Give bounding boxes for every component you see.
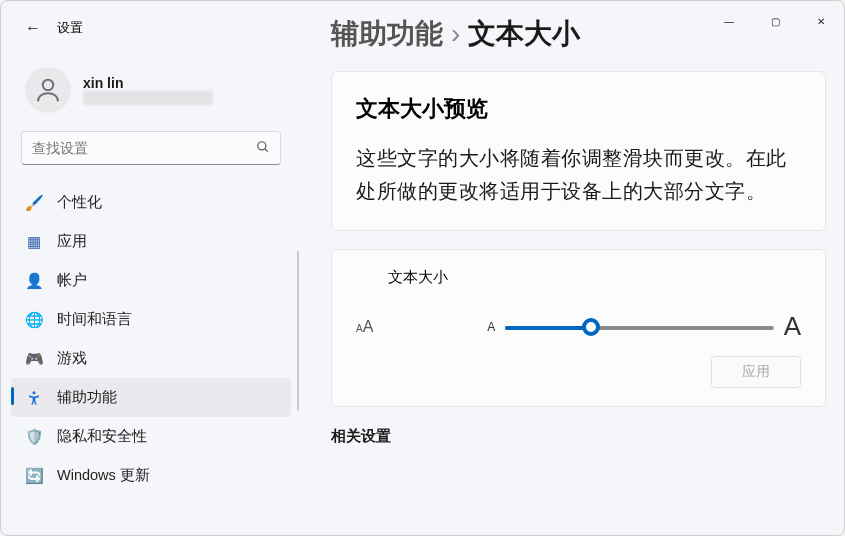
sidebar-item-gaming[interactable]: 🎮 游戏: [11, 339, 291, 378]
accessibility-icon: [25, 389, 43, 407]
person-icon: 👤: [25, 272, 43, 290]
avatar: [25, 67, 71, 113]
window-controls: — ▢ ✕: [706, 1, 844, 41]
preview-title: 文本大小预览: [356, 94, 801, 124]
breadcrumb-parent[interactable]: 辅助功能: [331, 15, 443, 53]
gamepad-icon: 🎮: [25, 350, 43, 368]
chevron-right-icon: ›: [451, 18, 460, 50]
sidebar: xin lin 🖌️ 个性化 ▦ 应用 👤 帐户: [1, 61, 301, 535]
svg-point-0: [43, 80, 54, 91]
sidebar-item-label: 个性化: [57, 193, 102, 212]
search-box[interactable]: [21, 131, 281, 165]
user-name: xin lin: [83, 75, 213, 91]
sidebar-item-label: 帐户: [57, 271, 87, 290]
svg-point-3: [32, 391, 35, 394]
sidebar-item-label: 应用: [57, 232, 87, 251]
svg-line-2: [265, 148, 268, 151]
search-input[interactable]: [32, 140, 256, 156]
back-icon[interactable]: ←: [25, 19, 41, 37]
scrollbar[interactable]: [297, 251, 299, 411]
globe-icon: 🌐: [25, 311, 43, 329]
slider-thumb[interactable]: [582, 318, 600, 336]
text-size-icon: AA: [356, 318, 373, 336]
user-block[interactable]: xin lin: [11, 61, 291, 131]
brush-icon: 🖌️: [25, 194, 43, 212]
text-size-slider[interactable]: [505, 318, 773, 336]
header: ← 设置: [25, 19, 83, 37]
slider-max-label: A: [784, 311, 801, 342]
shield-icon: 🛡️: [25, 428, 43, 446]
sidebar-item-label: 辅助功能: [57, 388, 117, 407]
user-email-blur: [83, 91, 213, 105]
related-settings-heading: 相关设置: [331, 425, 826, 446]
breadcrumb-current: 文本大小: [468, 15, 580, 53]
apps-icon: ▦: [25, 233, 43, 251]
breadcrumb: 辅助功能 › 文本大小: [331, 15, 580, 53]
main-content: 文本大小预览 这些文字的大小将随着你调整滑块而更改。在此处所做的更改将适用于设备…: [331, 71, 826, 535]
sidebar-item-privacy[interactable]: 🛡️ 隐私和安全性: [11, 417, 291, 456]
preview-body: 这些文字的大小将随着你调整滑块而更改。在此处所做的更改将适用于设备上的大部分文字…: [356, 142, 801, 208]
sidebar-item-apps[interactable]: ▦ 应用: [11, 222, 291, 261]
sidebar-item-windows-update[interactable]: 🔄 Windows 更新: [11, 456, 291, 495]
sidebar-item-time-language[interactable]: 🌐 时间和语言: [11, 300, 291, 339]
maximize-button[interactable]: ▢: [752, 5, 798, 37]
svg-point-1: [258, 141, 266, 149]
sidebar-item-label: 游戏: [57, 349, 87, 368]
nav: 🖌️ 个性化 ▦ 应用 👤 帐户 🌐 时间和语言 🎮 游戏: [11, 183, 291, 495]
sidebar-item-label: Windows 更新: [57, 466, 150, 485]
sidebar-item-accounts[interactable]: 👤 帐户: [11, 261, 291, 300]
app-title: 设置: [57, 19, 83, 37]
minimize-button[interactable]: —: [706, 5, 752, 37]
search-icon: [256, 140, 270, 157]
slider-min-label: A: [487, 320, 495, 334]
apply-button[interactable]: 应用: [711, 356, 801, 388]
slider-label: 文本大小: [388, 268, 801, 287]
close-button[interactable]: ✕: [798, 5, 844, 37]
sidebar-item-accessibility[interactable]: 辅助功能: [11, 378, 291, 417]
sidebar-item-label: 隐私和安全性: [57, 427, 147, 446]
text-size-card: 文本大小 AA A A 应用: [331, 249, 826, 407]
sidebar-item-personalization[interactable]: 🖌️ 个性化: [11, 183, 291, 222]
sidebar-item-label: 时间和语言: [57, 310, 132, 329]
update-icon: 🔄: [25, 467, 43, 485]
preview-card: 文本大小预览 这些文字的大小将随着你调整滑块而更改。在此处所做的更改将适用于设备…: [331, 71, 826, 231]
